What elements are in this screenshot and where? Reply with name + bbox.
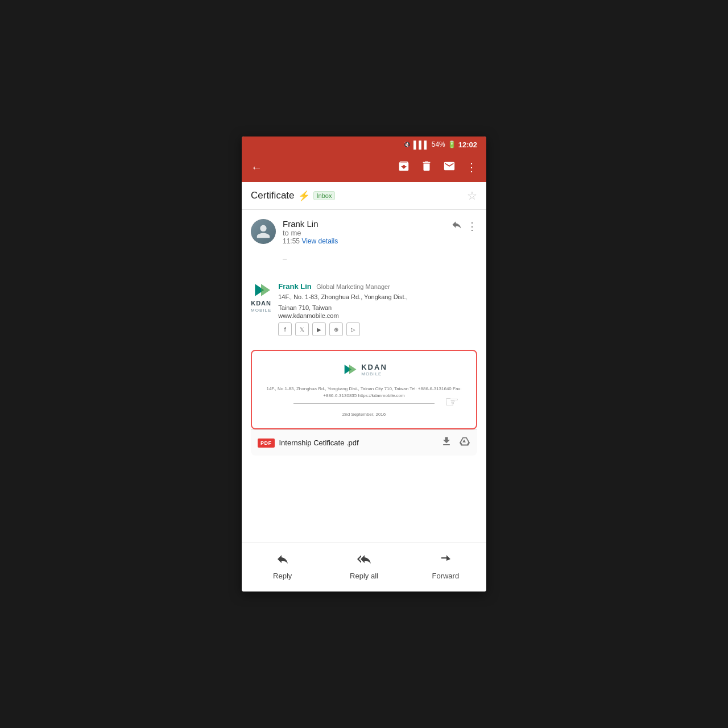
reply-button[interactable]: Reply	[260, 552, 305, 580]
avatar-image	[251, 219, 276, 244]
signature-block: KDAN MOBILE Frank Lin Global Marketing M…	[242, 281, 486, 345]
playstore-icon[interactable]: ▷	[346, 322, 360, 336]
sig-name-row: Frank Lin Global Marketing Manager	[278, 281, 477, 291]
star-button[interactable]: ☆	[467, 189, 477, 202]
inbox-badge: Inbox	[313, 191, 336, 200]
preview-divider	[293, 403, 435, 404]
view-details-link[interactable]: View details	[301, 237, 338, 245]
bottom-actions-bar: Reply Reply all Forward	[242, 543, 486, 592]
preview-date: 2nd September, 2016	[342, 412, 386, 417]
lightning-emoji: ⚡	[298, 190, 310, 202]
pdf-icon: PDF	[258, 439, 275, 448]
email-time: 11:55 View details	[283, 237, 444, 245]
status-bar: 🔇 ▌▌▌ 54% 🔋 12:02	[242, 136, 486, 152]
reply-icon	[276, 552, 289, 569]
attachment-filename: Internship Cetificate .pdf	[279, 439, 437, 447]
email-subject: Certificate	[251, 190, 295, 201]
signature-details: Frank Lin Global Marketing Manager 14F.,…	[278, 281, 477, 336]
avatar	[251, 219, 276, 244]
kdan-brand-name: KDAN	[251, 300, 271, 307]
preview-mobile-label: MOBILE	[361, 371, 387, 377]
svg-marker-1	[261, 284, 270, 296]
attachment-actions	[441, 436, 470, 450]
email-header: Frank Lin to me 11:55 View details ⋮	[242, 210, 486, 250]
download-button[interactable]	[441, 436, 452, 450]
email-header-actions: ⋮	[451, 219, 477, 233]
youtube-icon[interactable]: ▶	[312, 322, 326, 336]
archive-button[interactable]	[398, 160, 410, 175]
sig-address-line1: 14F., No. 1-83, Zhonghua Rd., Yongkang D…	[278, 292, 477, 302]
dash-separator: –	[283, 254, 477, 263]
svg-marker-3	[349, 365, 357, 374]
mute-icon: 🔇	[403, 141, 411, 148]
drive-save-button[interactable]	[459, 436, 470, 450]
attachment-preview[interactable]: KDAN MOBILE 14F., No.1-83, Zhonghua Rd.,…	[251, 350, 477, 429]
twitter-icon[interactable]: 𝕏	[295, 322, 309, 336]
reply-label: Reply	[273, 572, 292, 580]
email-toolbar: ← ⋮	[242, 152, 486, 182]
facebook-icon[interactable]: f	[278, 322, 292, 336]
sig-address-line2: Tainan 710, Taiwan	[278, 303, 477, 313]
battery-icon: 🔋	[448, 140, 456, 148]
reply-header-button[interactable]	[451, 219, 462, 233]
attachment-container: KDAN MOBILE 14F., No.1-83, Zhonghua Rd.,…	[251, 350, 477, 456]
battery-percent: 54%	[432, 140, 445, 148]
sig-sender-name: Frank Lin	[278, 282, 312, 291]
kdan-mobile-label: MOBILE	[251, 308, 271, 313]
sig-job-title: Global Marketing Manager	[316, 283, 390, 290]
attachment-row: PDF Internship Cetificate .pdf	[251, 429, 477, 456]
appstore-icon[interactable]: ⊕	[329, 322, 343, 336]
preview-kdan-name: KDAN	[361, 363, 387, 371]
subject-title-area: Certificate ⚡ Inbox	[251, 190, 335, 202]
back-button[interactable]: ←	[251, 161, 262, 174]
signature-inner: KDAN MOBILE Frank Lin Global Marketing M…	[251, 281, 477, 336]
email-content: Frank Lin to me 11:55 View details ⋮ –	[242, 210, 486, 543]
sig-website: www.kdanmobile.com	[278, 312, 477, 319]
reply-all-icon	[357, 552, 371, 569]
sender-info: Frank Lin to me 11:55 View details	[283, 219, 444, 245]
reply-all-button[interactable]: Reply all	[341, 552, 387, 580]
forward-label: Forward	[432, 572, 459, 580]
delete-button[interactable]	[420, 160, 433, 175]
time-text: 11:55	[283, 237, 300, 245]
phone-screen: 🔇 ▌▌▌ 54% 🔋 12:02 ←	[242, 136, 486, 592]
more-options-button[interactable]: ⋮	[466, 160, 477, 174]
forward-button[interactable]: Forward	[423, 552, 468, 580]
bottom-spacer	[242, 460, 486, 471]
signal-bars-icon: ▌▌▌	[413, 140, 429, 149]
mark-unread-button[interactable]	[443, 160, 456, 175]
social-icons-row: f 𝕏 ▶ ⊕ ▷	[278, 322, 477, 336]
reply-all-label: Reply all	[350, 572, 378, 580]
kdan-logo-svg	[252, 281, 270, 299]
preview-address-text: 14F., No.1-83, Zhonghua Rd., Yongkang Di…	[263, 386, 465, 398]
sender-name: Frank Lin	[283, 219, 444, 229]
forward-icon	[439, 552, 452, 569]
clock: 12:02	[458, 140, 477, 149]
subject-bar: Certificate ⚡ Inbox ☆	[242, 182, 486, 210]
preview-kdan-arrow	[341, 362, 358, 377]
cursor-hand-icon: ☞	[445, 392, 459, 411]
preview-logo: KDAN MOBILE	[341, 362, 387, 377]
status-icons: 🔇 ▌▌▌ 54% 🔋 12:02	[403, 140, 477, 149]
more-email-options-button[interactable]: ⋮	[467, 220, 477, 233]
kdan-logo: KDAN MOBILE	[251, 281, 271, 313]
to-me-label: to me	[283, 229, 444, 237]
email-body: –	[242, 250, 486, 281]
